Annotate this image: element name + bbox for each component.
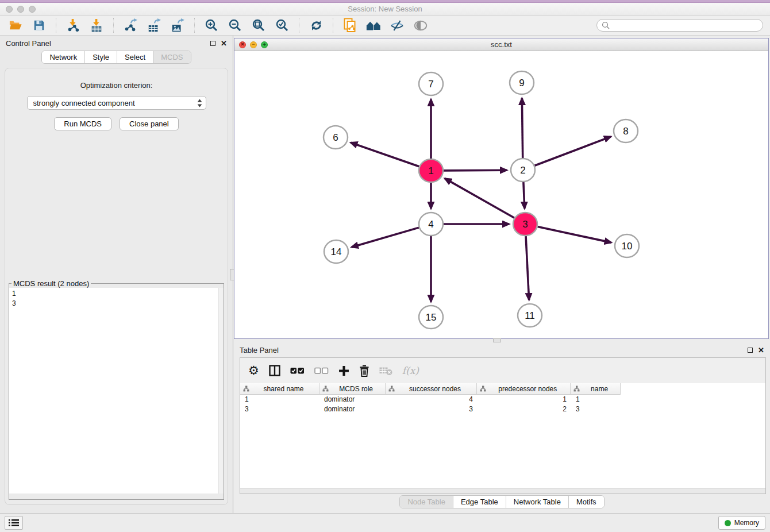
- edge-1-2[interactable]: [444, 170, 507, 171]
- cell-shared-name[interactable]: 1: [240, 395, 319, 404]
- search-field[interactable]: [596, 19, 763, 32]
- cell-mcds-role[interactable]: dominator: [319, 404, 386, 414]
- cell-mcds-role[interactable]: dominator: [319, 395, 386, 404]
- cell-name[interactable]: 3: [571, 404, 621, 414]
- table-panel-title: Table Panel: [240, 346, 279, 354]
- horizontal-splitter-grip[interactable]: [493, 338, 501, 342]
- function-builder-icon[interactable]: f(x): [402, 365, 419, 376]
- table-settings-gear-icon[interactable]: ⚙: [248, 365, 259, 377]
- open-session-icon[interactable]: [7, 17, 24, 33]
- titlebar[interactable]: Session: New Session: [0, 3, 770, 16]
- zoom-fit-icon[interactable]: [250, 17, 267, 33]
- edge-1-6[interactable]: [351, 142, 419, 167]
- select-stepper-icon: [197, 99, 202, 107]
- cell-successor-nodes[interactable]: 4: [386, 395, 478, 404]
- mcds-result-group: MCDS result (2 nodes) 1 3: [9, 279, 224, 500]
- tab-style[interactable]: Style: [84, 51, 117, 63]
- task-list-icon: [9, 519, 19, 527]
- edge-3-11[interactable]: [526, 236, 529, 300]
- toolbar-separator: [113, 18, 114, 33]
- hide-panel-icon[interactable]: [388, 17, 406, 33]
- select-all-rows-icon[interactable]: [290, 367, 305, 375]
- export-network-icon[interactable]: [122, 17, 139, 33]
- close-panel-icon[interactable]: ✕: [221, 40, 227, 47]
- node-label-8: 8: [623, 126, 628, 137]
- cell-predecessor-nodes[interactable]: 1: [478, 395, 571, 404]
- table-column-headers: shared nameMCDS rolesuccessor nodesprede…: [240, 383, 621, 395]
- show-panel-icon[interactable]: [412, 17, 429, 33]
- column-header-predecessor-nodes[interactable]: predecessor nodes: [477, 383, 571, 394]
- edge-3-10[interactable]: [537, 227, 611, 243]
- toolbar-separator: [333, 18, 333, 33]
- edge-4-14[interactable]: [352, 228, 419, 247]
- column-header-mcds-role[interactable]: MCDS role: [319, 383, 386, 394]
- network-canvas[interactable]: 1234678910111415: [234, 51, 768, 338]
- tab-edge-table[interactable]: Edge Table: [453, 496, 506, 508]
- column-type-icon: [388, 385, 395, 394]
- mcds-result-text: 1 3: [9, 288, 224, 310]
- node-label-14: 14: [331, 246, 342, 257]
- mcds-result-area[interactable]: 1 3: [9, 288, 224, 494]
- table-horizontal-scrollbar[interactable]: [240, 488, 765, 494]
- tab-node-table[interactable]: Node Table: [400, 496, 453, 508]
- run-mcds-button[interactable]: Run MCDS: [54, 117, 111, 130]
- result-scrollbar[interactable]: [218, 288, 224, 494]
- table-row[interactable]: 1dominator411: [240, 395, 765, 404]
- memory-button-label: Memory: [734, 519, 759, 527]
- cell-name[interactable]: 1: [571, 395, 621, 404]
- search-input[interactable]: [613, 21, 758, 29]
- cell-shared-name[interactable]: 3: [240, 404, 319, 414]
- zoom-in-icon[interactable]: [203, 17, 220, 33]
- edge-2-8[interactable]: [534, 137, 611, 165]
- tab-network-table[interactable]: Network Table: [506, 496, 568, 508]
- add-column-icon[interactable]: [338, 365, 349, 376]
- search-icon: [602, 21, 610, 29]
- network-view-window[interactable]: ✕ − ＋ scc.txt 1234678910111415: [234, 38, 769, 339]
- node-label-9: 9: [519, 78, 524, 88]
- table-row[interactable]: 3dominator323: [240, 404, 765, 414]
- table-panel-header: Table Panel ✕: [234, 342, 770, 357]
- optimization-criterion-select[interactable]: strongly connected component: [27, 96, 206, 110]
- memory-button[interactable]: Memory: [718, 516, 765, 530]
- deselect-all-rows-icon[interactable]: [314, 367, 329, 375]
- float-table-panel-icon[interactable]: [748, 348, 753, 353]
- edge-2-9[interactable]: [522, 98, 522, 158]
- tab-motifs[interactable]: Motifs: [568, 496, 604, 508]
- close-panel-button[interactable]: Close panel: [120, 117, 179, 130]
- edge-3-1[interactable]: [445, 179, 514, 218]
- export-table-icon[interactable]: [145, 17, 163, 33]
- tab-mcds[interactable]: MCDS: [153, 51, 190, 63]
- column-header-name[interactable]: name: [571, 383, 620, 394]
- column-type-icon: [243, 385, 249, 394]
- network-window-titlebar[interactable]: ✕ − ＋ scc.txt: [234, 38, 768, 51]
- node-label-10: 10: [622, 241, 633, 252]
- dock-panel-button[interactable]: [5, 516, 23, 530]
- toolbar-separator: [299, 18, 299, 33]
- clone-network-icon[interactable]: [341, 17, 359, 33]
- toolbar-separator: [56, 18, 56, 33]
- tab-select[interactable]: Select: [117, 51, 153, 63]
- export-image-icon[interactable]: [169, 17, 186, 33]
- tab-network[interactable]: Network: [42, 51, 84, 63]
- column-header-shared-name[interactable]: shared name: [240, 383, 319, 394]
- column-header-successor-nodes[interactable]: successor nodes: [386, 383, 478, 394]
- show-columns-icon[interactable]: [269, 365, 280, 376]
- cell-successor-nodes[interactable]: 3: [386, 404, 478, 414]
- cell-predecessor-nodes[interactable]: 2: [478, 404, 571, 414]
- edge-2-3[interactable]: [523, 182, 525, 209]
- node-table-container: ⚙ f(x): [240, 357, 766, 494]
- refresh-layout-icon[interactable]: [307, 17, 325, 33]
- node-label-11: 11: [525, 310, 535, 321]
- import-table-icon[interactable]: [88, 17, 105, 33]
- delete-table-icon[interactable]: [379, 366, 392, 376]
- save-session-icon[interactable]: [30, 17, 48, 33]
- zoom-out-icon[interactable]: [226, 17, 244, 33]
- home-icon[interactable]: [365, 17, 382, 33]
- optimization-criterion-label: Optimization criterion:: [7, 81, 225, 90]
- float-panel-icon[interactable]: [210, 41, 215, 46]
- mcds-result-title: MCDS result (2 nodes): [11, 279, 91, 288]
- close-table-panel-icon[interactable]: ✕: [758, 346, 764, 354]
- delete-column-icon[interactable]: [359, 365, 369, 377]
- zoom-selected-icon[interactable]: [274, 17, 291, 33]
- import-network-icon[interactable]: [64, 17, 82, 33]
